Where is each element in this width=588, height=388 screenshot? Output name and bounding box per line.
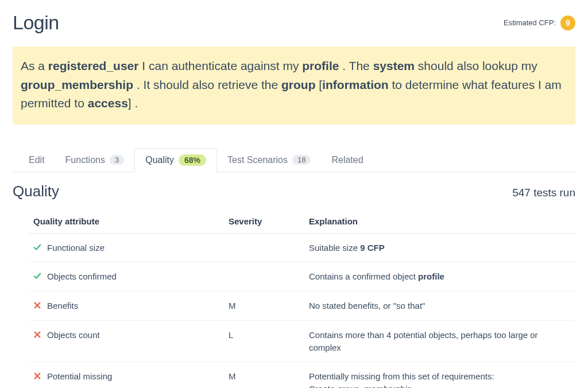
story-keyword: registered_user [48,59,139,72]
section-title: Quality [13,183,59,200]
tab-label: Quality [145,155,174,165]
story-keyword: group [281,78,315,91]
tab-functions[interactable]: Functions 3 [55,148,135,172]
tab-label: Related [331,155,363,165]
explanation-cell: Suitable size 9 CFP [304,233,575,262]
tab-label: Functions [65,155,105,165]
tabs-bar: Edit Functions 3 Quality 68% Test Scenar… [13,148,575,172]
cfp-label: Estimated CFP: [504,18,556,27]
table-row: Objects countLContains more than 4 poten… [29,320,575,362]
story-keyword: system [373,59,415,72]
explanation-cell: Potentially missing from this set of req… [304,362,575,388]
tab-label: Edit [29,155,45,165]
story-text: I can authenticate against my [138,59,302,72]
table-row: Potential missingMPotentially missing fr… [29,362,575,388]
col-severity: Severity [224,211,304,234]
attribute-label: Potential missing [47,370,112,383]
story-keyword: profile [302,59,339,72]
severity-cell: M [224,292,304,321]
x-icon [33,331,41,339]
tests-run-count: 547 tests run [512,187,575,199]
check-icon [33,243,41,251]
check-icon [33,272,41,280]
tab-quality[interactable]: Quality 68% [134,148,217,172]
explanation-cell: Contains a confirmed object profile [304,262,575,292]
tab-edit[interactable]: Edit [18,148,55,172]
tab-related[interactable]: Related [321,148,373,172]
attribute-label: Objects count [47,329,100,342]
story-text: ] . [128,96,138,110]
attribute-label: Functional size [47,242,105,254]
attribute-label: Objects confirmed [47,270,117,283]
user-story-box: As a registered_user I can authenticate … [13,46,575,125]
story-text: . It should also retrieve the [133,78,281,91]
table-row: Objects confirmedContains a confirmed ob… [29,262,575,292]
quality-table: Quality attribute Severity Explanation F… [29,211,575,388]
explanation-cell: No stated benefits, or "so that" [304,292,575,321]
severity-cell: M [224,362,304,388]
table-header-row: Quality attribute Severity Explanation [29,211,575,234]
cfp-badge: 9 [560,15,575,30]
story-text: As a [21,59,48,72]
attribute-label: Benefits [47,300,78,312]
x-icon [33,301,41,309]
x-icon [33,372,41,380]
scenarios-count-badge: 18 [292,155,311,165]
explanation-cell: Contains more than 4 potential objects, … [304,320,575,362]
severity-cell: L [224,320,304,362]
quality-percent-badge: 68% [179,154,206,166]
cfp-indicator: Estimated CFP: 9 [504,15,575,30]
page-title: Login [13,11,59,34]
col-explanation: Explanation [304,211,575,234]
page-header: Login Estimated CFP: 9 [13,11,575,34]
severity-cell [224,233,304,262]
functions-count-badge: 3 [110,155,124,165]
story-text: [ [316,78,323,91]
story-text: . The [339,59,373,72]
story-keyword: group_membership [21,78,133,91]
table-row: Functional sizeSuitable size 9 CFP [29,233,575,262]
quality-section-header: Quality 547 tests run [13,183,575,200]
severity-cell [224,262,304,292]
story-keyword: access [88,96,128,110]
story-text: should also lookup my [415,59,537,72]
tab-label: Test Scenarios [227,155,288,165]
tab-test-scenarios[interactable]: Test Scenarios 18 [217,148,321,172]
col-attribute: Quality attribute [29,211,224,234]
story-keyword: information [322,78,389,91]
table-row: BenefitsMNo stated benefits, or "so that… [29,292,575,321]
